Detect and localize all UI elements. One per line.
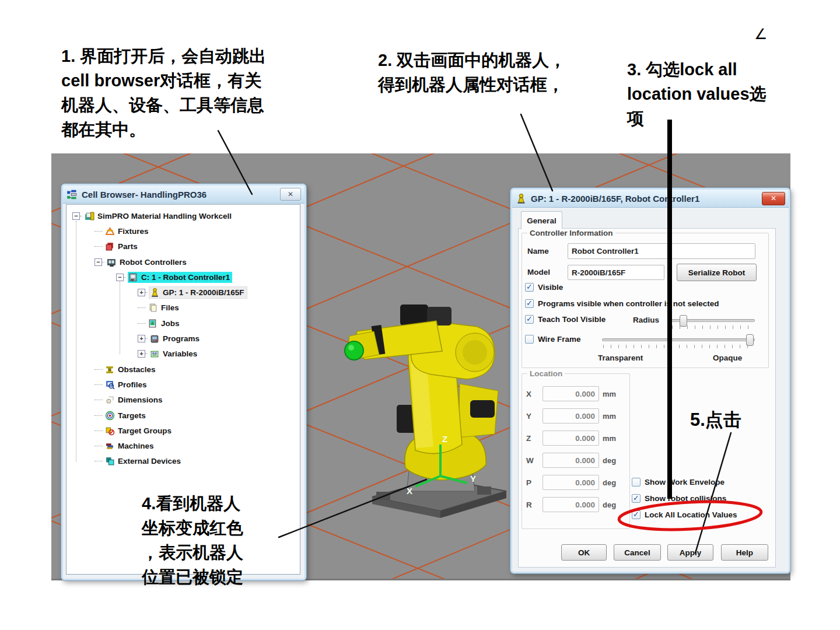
tree-item-programs[interactable]: +Programs [66,331,300,346]
option-lock-all-location-values[interactable]: ✓Lock All Location Values [632,510,737,519]
variables-icon [150,349,160,359]
tree-connector [94,461,103,461]
location-row-z: Z0.000mm [526,430,616,446]
tree-item-label: Parts [118,242,138,251]
tree-connector [94,446,103,446]
tree-item-simpro-material-handling-workcell[interactable]: −SimPRO Material Handling Workcell [66,208,300,223]
checkbox-icon[interactable]: ✓ [525,283,534,292]
checkbox-icon[interactable] [632,478,640,487]
tree-item-dimensions[interactable]: Dimensions [66,393,300,408]
robot-icon [150,288,160,298]
location-value-input[interactable]: 0.000 [542,453,599,468]
checkbox-icon[interactable]: ✓ [632,510,640,519]
triad-z-label: Z [442,434,447,444]
transparency-slider-thumb[interactable] [746,334,754,346]
robot-icon [516,193,527,204]
checkbox-label: Show Work Envelope [645,478,724,487]
apply-button[interactable]: Apply [667,544,713,561]
controller-icon [128,272,138,282]
checkbox-row-programs-visible-when-controller-is-not-selected[interactable]: ✓Programs visible when controller is not… [525,299,719,308]
teach-tool-ball [345,341,363,360]
unit-label: mm [603,412,616,421]
location-value-input[interactable]: 0.000 [542,386,599,401]
transparency-slider[interactable] [602,338,755,341]
tree-expander-icon[interactable]: − [94,258,102,266]
tree-item-label: Jobs [161,319,180,328]
tree-item-label: GP: 1 - R-2000iB/165F [163,288,244,297]
checkbox-icon[interactable]: ✓ [525,299,534,308]
radius-slider[interactable] [671,319,755,322]
checkbox-icon[interactable]: ✓ [525,315,534,324]
tree-item-target-groups[interactable]: Target Groups [66,423,300,438]
tree-expander-icon[interactable]: + [138,289,145,296]
model-value: R-2000iB/165F [568,265,664,280]
triad-y-label: Y [470,474,476,484]
tree-item-jobs[interactable]: Jobs [66,316,300,331]
checkbox-row-teach-tool-visible[interactable]: ✓Teach Tool Visible [525,315,606,324]
tree-item-label: Target Groups [118,426,172,435]
tree-item-label: C: 1 - Robot Controller1 [141,273,230,282]
tree-item-fixtures[interactable]: Fixtures [66,223,300,239]
location-row-p: P0.000deg [526,475,616,490]
tree-item-label: SimPRO Material Handling Workcell [97,212,232,220]
close-icon[interactable]: ✕ [280,188,301,201]
serialize-robot-button[interactable]: Serialize Robot [677,264,757,281]
axis-label: P [526,478,539,487]
close-icon[interactable]: ✕ [762,192,785,205]
tree-item-obstacles[interactable]: Obstacles [66,362,300,377]
robot-dialog-titlebar[interactable]: GP: 1 - R-2000iB/165F, Robot Controller1… [512,190,789,208]
tree-item-c-1-robot-controller1[interactable]: −C: 1 - Robot Controller1 [66,270,300,285]
tree-expander-icon[interactable]: − [116,274,124,281]
cell-browser-titlebar[interactable]: Cell Browser- HandlingPRO36 ✕ [63,186,304,204]
radius-label: Radius [633,316,659,324]
tree-item-files[interactable]: Files [66,300,300,316]
tab-general[interactable]: General [521,211,562,229]
workcell-icon [85,211,94,221]
tree-expander-icon[interactable]: + [138,335,145,342]
checkbox-label: Programs visible when controller is not … [538,299,719,308]
location-row-y: Y0.000mm [526,408,616,424]
tree-item-gp-1-r-2000ib-165f[interactable]: +GP: 1 - R-2000iB/165F [66,285,300,300]
location-value-input[interactable]: 0.000 [542,475,599,490]
tree-item-label: Fixtures [118,227,149,236]
location-value-input[interactable]: 0.000 [542,408,599,424]
tree-item-robot-controllers[interactable]: −Robot Controllers [66,254,300,270]
checkbox-row-wire-frame[interactable]: Wire Frame [525,335,580,344]
option-show-work-envelope[interactable]: Show Work Envelope [632,478,724,487]
robot-3d-model[interactable]: Z X Y [345,304,506,518]
fixtures-icon [105,226,115,236]
tree-item-external-devices[interactable]: External Devices [66,454,300,469]
tree-item-targets[interactable]: Targets [66,408,300,423]
tree-item-label: External Devices [118,457,181,466]
tree-connector [94,231,103,232]
option-show-robot-collisions[interactable]: ✓Show robot collisions [632,494,726,503]
target-groups-icon [105,426,115,436]
ok-button[interactable]: OK [561,544,607,561]
tree-expander-icon[interactable]: − [72,212,80,220]
location-value-input[interactable]: 0.000 [542,497,599,512]
checkbox-label: Lock All Location Values [645,510,737,519]
tree-item-variables[interactable]: +Variables [66,346,300,362]
axis-label: Y [526,412,539,421]
annotation-step5: 5.点击 [690,407,741,433]
axis-label: R [526,501,539,509]
triad-x-label: X [407,486,412,496]
parts-icon [105,242,115,251]
location-value-input[interactable]: 0.000 [542,430,599,446]
cancel-button[interactable]: Cancel [614,544,661,561]
transparent-label: Transparent [598,354,643,362]
transparency-slider-ticks [603,345,754,348]
unit-label: deg [603,478,616,487]
tree-expander-icon[interactable]: + [138,350,145,358]
help-button[interactable]: Help [721,544,768,561]
name-input[interactable] [568,243,755,259]
axis-label: Z [526,434,539,443]
checkbox-row-visible[interactable]: ✓Visible [525,283,563,292]
tree-item-machines[interactable]: Machines [66,438,300,453]
tree-item-parts[interactable]: Parts [66,239,300,254]
radius-slider-thumb[interactable] [680,315,687,327]
tree-item-profiles[interactable]: Profiles [66,377,300,392]
checkbox-icon[interactable] [525,335,534,344]
cell-browser-icon [66,189,78,200]
checkbox-icon[interactable]: ✓ [632,494,640,503]
